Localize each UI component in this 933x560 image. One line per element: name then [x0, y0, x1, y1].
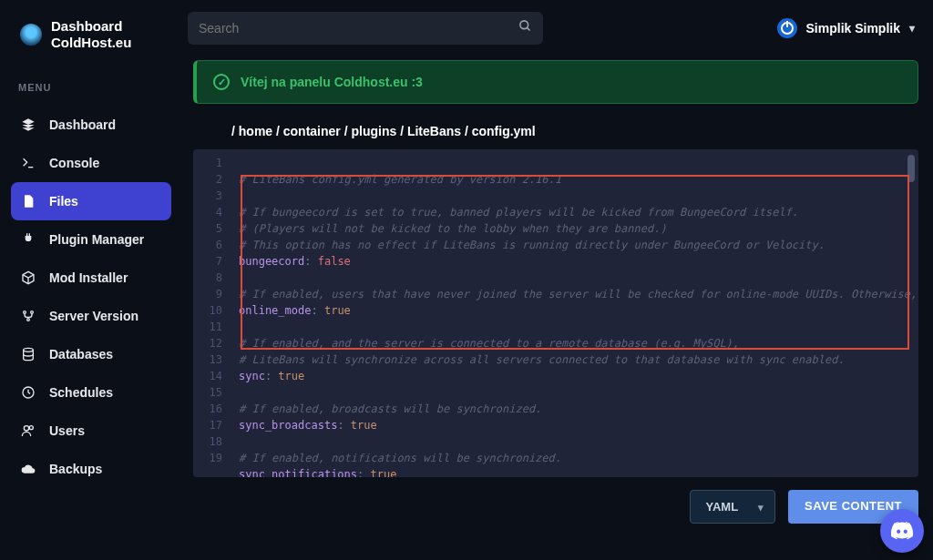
- brand[interactable]: Dashboard ColdHost.eu: [0, 9, 182, 41]
- svg-line-1: [527, 27, 529, 30]
- brand-logo-icon: [20, 24, 42, 46]
- search-input[interactable]: [199, 21, 532, 36]
- plug-icon: [20, 231, 36, 248]
- svg-point-0: [520, 21, 528, 29]
- banner-text: Vítej na panelu Coldhost.eu :3: [241, 75, 423, 89]
- users-icon: [20, 423, 36, 439]
- check-circle-icon: ✓: [213, 74, 230, 90]
- layers-icon: [20, 117, 36, 133]
- file-icon: [20, 193, 36, 209]
- sidebar-item-console[interactable]: Console: [11, 144, 171, 182]
- sidebar-item-label: Server Version: [49, 309, 138, 324]
- chevron-down-icon: ▾: [909, 22, 915, 35]
- svg-point-4: [31, 311, 34, 314]
- code-editor[interactable]: 12345678910111213141516171819 # LiteBans…: [193, 149, 918, 477]
- sidebar-item-files[interactable]: Files: [11, 182, 171, 220]
- sidebar-item-mod-installer[interactable]: Mod Installer: [11, 259, 171, 297]
- user-menu[interactable]: Simplik Simplik ▾: [777, 18, 915, 38]
- discord-icon: [890, 519, 914, 543]
- sidebar-item-label: Files: [49, 194, 78, 209]
- breadcrumb[interactable]: / home / container / plugins / LiteBans …: [193, 104, 918, 149]
- sidebar-item-label: Mod Installer: [49, 270, 128, 286]
- line-gutter: 12345678910111213141516171819: [193, 149, 230, 477]
- clock-icon: [20, 384, 36, 401]
- sidebar-item-label: Schedules: [49, 385, 113, 401]
- user-name: Simplik Simplik: [806, 21, 900, 36]
- cloud-icon: [20, 461, 36, 477]
- sidebar-item-backups[interactable]: Backups: [11, 450, 171, 488]
- sidebar-item-databases[interactable]: Databases: [11, 335, 171, 373]
- sidebar-item-label: Users: [49, 423, 85, 439]
- brand-line1: Dashboard: [51, 18, 131, 34]
- welcome-banner: ✓ Vítej na panelu Coldhost.eu :3: [193, 60, 918, 104]
- branch-icon: [20, 308, 36, 324]
- sidebar-item-label: Backups: [49, 462, 102, 477]
- brand-line2: ColdHost.eu: [51, 35, 131, 50]
- svg-point-8: [24, 426, 28, 431]
- sidebar-item-schedules[interactable]: Schedules: [11, 373, 171, 412]
- search-input-wrap[interactable]: [188, 12, 543, 45]
- sidebar-item-label: Dashboard: [49, 117, 116, 133]
- svg-point-6: [24, 348, 34, 351]
- sidebar-item-dashboard[interactable]: Dashboard: [11, 106, 171, 144]
- svg-point-3: [24, 311, 26, 314]
- chevron-down-icon: ▾: [758, 501, 764, 513]
- discord-button[interactable]: [880, 509, 924, 553]
- svg-point-9: [29, 426, 33, 430]
- code-content[interactable]: # LiteBans config.yml generated by versi…: [230, 149, 918, 477]
- sidebar-item-label: Databases: [49, 347, 113, 362]
- cube-icon: [20, 270, 36, 286]
- language-select[interactable]: YAML ▾: [690, 490, 775, 524]
- sidebar-item-server-version[interactable]: Server Version: [11, 297, 171, 335]
- sidebar-item-label: Plugin Manager: [49, 232, 144, 248]
- sidebar-item-plugin-manager[interactable]: Plugin Manager: [11, 220, 171, 259]
- search-icon: [518, 19, 532, 36]
- language-select-value: YAML: [705, 500, 738, 514]
- menu-section-label: MENU: [11, 82, 171, 93]
- svg-point-5: [27, 319, 30, 321]
- sidebar-item-users[interactable]: Users: [11, 412, 171, 450]
- sidebar-item-label: Console: [49, 156, 99, 171]
- terminal-icon: [20, 155, 36, 171]
- user-avatar-icon: [777, 18, 797, 38]
- database-icon: [20, 346, 36, 362]
